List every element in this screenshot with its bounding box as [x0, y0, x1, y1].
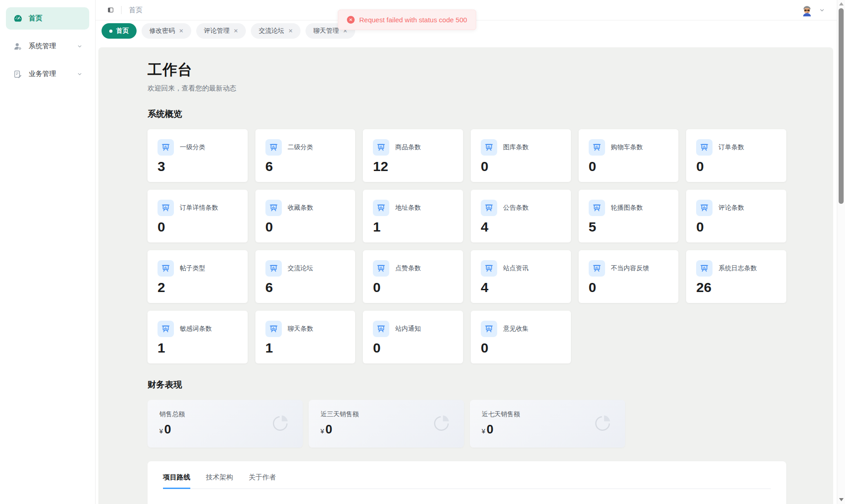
data-board-icon — [373, 321, 389, 337]
scroll-up-arrow-icon[interactable] — [839, 2, 844, 5]
stat-label: 二级分类 — [288, 143, 313, 151]
project-tabs: 项目路线 技术架构 关于作者 — [163, 473, 771, 489]
stat-card: 不当内容反馈 0 — [579, 250, 679, 303]
stat-value: 4 — [481, 220, 561, 234]
content-wrapper: 工作台 欢迎回来，查看您的最新动态 系统概览 一级分类 3 — [96, 41, 837, 504]
stat-label: 一级分类 — [180, 143, 205, 151]
data-board-icon — [589, 260, 605, 277]
stat-label: 点赞条数 — [395, 264, 421, 272]
data-board-icon — [265, 321, 282, 337]
vertical-scrollbar[interactable] — [837, 0, 845, 504]
pie-chart-icon — [432, 413, 451, 434]
tag-label: 聊天管理 — [313, 27, 339, 35]
scroll-down-arrow-icon[interactable] — [839, 498, 844, 501]
app-window: 首页 系统管理 业务管理 首页 — [0, 0, 845, 504]
finance-card: 近七天销售额 ¥ 0 — [470, 400, 625, 448]
header-divider — [121, 6, 122, 14]
currency-symbol: ¥ — [159, 428, 163, 435]
chevron-down-icon — [77, 71, 82, 77]
scrollbar-thumb[interactable] — [839, 8, 844, 204]
stat-value: 0 — [589, 160, 669, 173]
stat-value: 0 — [265, 220, 346, 234]
collapse-sidebar-icon[interactable] — [107, 7, 114, 13]
tag-close-icon[interactable]: ✕ — [234, 28, 238, 34]
stat-value: 0 — [589, 281, 669, 294]
stat-value: 0 — [373, 341, 453, 355]
stat-label: 轮播图条数 — [611, 204, 643, 212]
tag-close-icon[interactable]: ✕ — [179, 28, 183, 34]
stat-card: 敏感词条数 1 — [148, 311, 248, 363]
dashboard-gauge-icon — [13, 14, 23, 24]
stat-card: 站点资讯 4 — [471, 250, 571, 303]
stat-label: 系统日志条数 — [718, 264, 757, 272]
stat-card: 公告条数 4 — [471, 190, 571, 242]
stat-card: 二级分类 6 — [255, 129, 356, 182]
stat-label: 意见收集 — [503, 325, 529, 333]
sidebar-item-system-management[interactable]: 系统管理 — [6, 35, 89, 57]
tag-label: 首页 — [116, 27, 129, 35]
stat-label: 敏感词条数 — [180, 325, 212, 333]
stat-label: 站内通知 — [395, 325, 421, 333]
stat-value: 1 — [265, 341, 346, 355]
data-board-icon — [373, 200, 389, 216]
stat-card: 交流论坛 6 — [255, 250, 356, 303]
tab-project-route[interactable]: 项目路线 — [163, 473, 190, 489]
stat-card: 评论条数 0 — [686, 190, 786, 242]
tag-item[interactable]: 评论管理 ✕ — [196, 23, 246, 39]
section-title-finance: 财务表现 — [148, 379, 786, 391]
active-tag-dot — [109, 30, 112, 33]
stat-value: 0 — [481, 341, 561, 355]
user-menu-chevron-icon[interactable] — [819, 7, 825, 13]
stat-value: 1 — [158, 341, 238, 355]
stat-card: 收藏条数 0 — [255, 190, 356, 242]
stat-label: 订单详情条数 — [180, 204, 218, 212]
sidebar-item-label: 系统管理 — [29, 42, 56, 50]
error-toast: ✕ Request failed with status code 500 — [338, 10, 476, 30]
tag-home[interactable]: 首页 — [102, 23, 137, 39]
section-title-overview: 系统概览 — [148, 108, 786, 120]
sidebar: 首页 系统管理 业务管理 — [0, 0, 96, 504]
data-board-icon — [265, 139, 282, 156]
tab-about-author[interactable]: 关于作者 — [249, 473, 276, 489]
stat-card: 意见收集 0 — [471, 311, 571, 363]
pie-chart-icon — [593, 413, 612, 434]
stat-card: 轮播图条数 5 — [579, 190, 679, 242]
sidebar-item-label: 业务管理 — [29, 70, 56, 78]
toast-message: Request failed with status code 500 — [359, 16, 467, 24]
tag-item[interactable]: 修改密码 ✕ — [142, 23, 191, 39]
stat-label: 交流论坛 — [288, 264, 313, 272]
stat-label: 站点资讯 — [503, 264, 529, 272]
tag-close-icon[interactable]: ✕ — [288, 28, 293, 34]
finance-value: 0 — [326, 423, 332, 436]
data-board-icon — [373, 260, 389, 277]
user-settings-icon — [13, 41, 23, 51]
data-board-icon — [158, 321, 174, 337]
avatar[interactable] — [801, 4, 813, 16]
stat-value: 1 — [373, 220, 453, 234]
data-board-icon — [481, 200, 497, 216]
tag-item[interactable]: 交流论坛 ✕ — [251, 23, 300, 39]
tag-label: 交流论坛 — [259, 27, 284, 35]
data-board-icon — [481, 321, 497, 337]
finance-card: 销售总额 ¥ 0 — [148, 400, 303, 448]
tab-tech-architecture[interactable]: 技术架构 — [206, 473, 233, 489]
currency-symbol: ¥ — [321, 428, 324, 435]
stat-card: 商品条数 12 — [363, 129, 463, 182]
stat-label: 评论条数 — [718, 204, 744, 212]
stat-value: 2 — [158, 281, 238, 294]
breadcrumb[interactable]: 首页 — [129, 6, 143, 15]
stat-label: 图库条数 — [503, 143, 529, 151]
stat-label: 公告条数 — [503, 204, 529, 212]
sidebar-item-home[interactable]: 首页 — [6, 7, 89, 30]
stat-label: 收藏条数 — [288, 204, 313, 212]
stat-card: 聊天条数 1 — [255, 311, 356, 363]
stat-card: 购物车条数 0 — [579, 129, 679, 182]
sidebar-item-business-management[interactable]: 业务管理 — [6, 63, 89, 85]
pie-chart-icon — [271, 413, 290, 434]
document-edit-icon — [13, 69, 23, 79]
stat-value: 0 — [158, 220, 238, 234]
stat-card: 系统日志条数 26 — [686, 250, 786, 303]
stat-value: 6 — [265, 160, 346, 173]
finance-card: 近三天销售额 ¥ 0 — [309, 400, 464, 448]
chevron-down-icon — [77, 44, 82, 49]
